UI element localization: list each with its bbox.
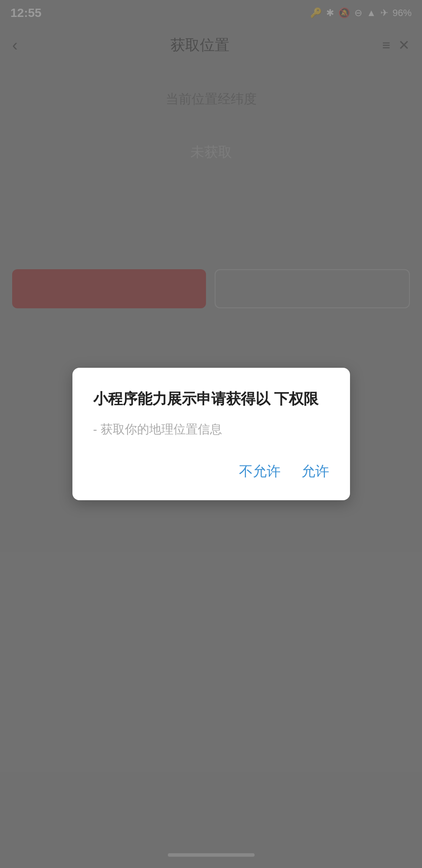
overlay: 小程序能力展示申请获得以 下权限 - 获取你的地理位置信息 不允许 允许 — [0, 0, 422, 868]
permission-dialog: 小程序能力展示申请获得以 下权限 - 获取你的地理位置信息 不允许 允许 — [72, 368, 350, 501]
dialog-body: - 获取你的地理位置信息 — [93, 421, 329, 438]
deny-button[interactable]: 不允许 — [239, 459, 281, 485]
dialog-title: 小程序能力展示申请获得以 下权限 — [93, 389, 329, 409]
dialog-actions: 不允许 允许 — [93, 459, 329, 485]
allow-button[interactable]: 允许 — [301, 459, 329, 485]
